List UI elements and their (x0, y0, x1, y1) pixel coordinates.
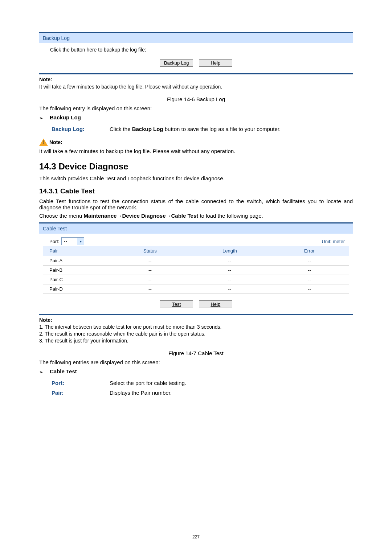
def-text-backup-log: Click the Backup Log button to save the … (110, 126, 281, 132)
section-label-backup-log: Backup Log (50, 114, 81, 120)
def-label-backup-log: Backup Log: (52, 126, 110, 132)
backup-log-panel: Backup Log Click the button here to back… (39, 32, 353, 74)
note-label: Note: (39, 77, 353, 82)
warn-note-text: It will take a few minutes to backup the… (39, 148, 353, 154)
port-select[interactable]: -- ▾ (61, 237, 84, 245)
port-select-value: -- (62, 239, 77, 244)
page-number: 227 (0, 534, 392, 539)
port-row: Port: -- ▾ (49, 237, 84, 245)
heading-device-diagnose: 14.3 Device Diagnose (39, 161, 353, 172)
def-label-pair: Pair: (52, 390, 110, 396)
warning-icon (39, 139, 48, 146)
figure-caption-2: Figure 14-7 Cable Test (39, 350, 353, 356)
chevron-down-icon: ▾ (77, 238, 84, 245)
unit-label: Unit: meter (322, 239, 345, 244)
test-button[interactable]: Test (160, 300, 193, 308)
heading-cable-test: 14.3.1 Cable Test (39, 187, 353, 195)
col-length: Length (190, 246, 269, 256)
col-error: Error (270, 246, 349, 256)
note-line-2: 2. The result is more reasonable when th… (39, 331, 353, 337)
table-row: Pair-A -- -- -- (43, 256, 349, 266)
cable-test-panel: Cable Test Port: -- ▾ Unit: meter Pair S… (39, 222, 353, 315)
def-text-pair: Displays the Pair number. (110, 390, 172, 396)
panel-title: Cable Test (39, 223, 353, 234)
note-label: Note: (49, 139, 62, 145)
col-pair: Pair (43, 246, 110, 256)
def-label-port: Port: (52, 380, 110, 386)
backup-log-button[interactable]: Backup Log (160, 59, 193, 67)
port-label: Port: (49, 239, 59, 244)
cable-test-desc: Cable Test functions to test the connect… (39, 198, 353, 210)
cable-test-table: Pair Status Length Error Pair-A -- -- --… (43, 246, 349, 294)
menu-path: Choose the menu Maintenance→Device Diagn… (39, 213, 353, 219)
arrow-icon: ➢ (39, 114, 43, 122)
panel-title: Backup Log (39, 33, 353, 43)
col-status: Status (110, 246, 190, 256)
section-label-cable-test: Cable Test (50, 368, 77, 374)
help-button[interactable]: Help (199, 59, 232, 67)
device-diagnose-desc: This switch provides Cable Test and Loop… (39, 175, 353, 181)
arrow-icon: ➢ (39, 368, 43, 376)
table-row: Pair-C -- -- -- (43, 275, 349, 284)
note-label: Note: (39, 317, 353, 323)
table-row: Pair-B -- -- -- (43, 266, 349, 275)
table-row: Pair-D -- -- -- (43, 284, 349, 294)
note-line-1: 1. The interval between two cable test f… (39, 324, 353, 330)
help-button[interactable]: Help (199, 300, 232, 308)
following-entry-text: The following entry is displayed on this… (39, 105, 353, 111)
following-entries-text: The following entries are displayed on t… (39, 359, 353, 365)
figure-caption-1: Figure 14-6 Backup Log (39, 96, 353, 102)
note-text: It will take a few minutes to backup the… (39, 82, 353, 90)
def-text-port: Select the port for cable testing. (110, 380, 186, 386)
note-line-3: 3. The result is just for your informati… (39, 338, 353, 344)
backup-instruction: Click the button here to backup the log … (50, 47, 342, 53)
